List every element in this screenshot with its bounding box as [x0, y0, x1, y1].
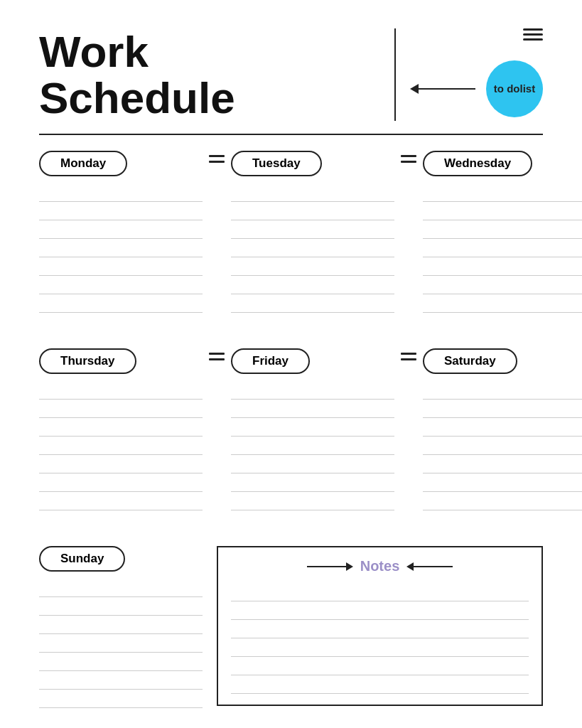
- header-right: to do list: [394, 28, 543, 121]
- friday-line-6[interactable]: [231, 473, 394, 492]
- eq-line-2a: [401, 155, 416, 157]
- thursday-line-4[interactable]: [39, 437, 203, 455]
- tuesday-line-3[interactable]: [231, 220, 394, 239]
- notes-line-1[interactable]: [231, 583, 529, 601]
- sunday-line-3[interactable]: [39, 616, 203, 634]
- thursday-label-wrapper: Thursday: [39, 348, 203, 374]
- thursday-lines: [39, 381, 203, 510]
- saturday-line-3[interactable]: [423, 418, 582, 437]
- todo-badge-line1: to do: [494, 82, 520, 95]
- friday-line-1[interactable]: [231, 381, 394, 400]
- wednesday-label-wrapper: Wednesday: [423, 151, 582, 176]
- page-title: Work Schedule: [39, 28, 394, 121]
- monday-line-6[interactable]: [39, 276, 203, 294]
- friday-line-7[interactable]: [231, 492, 394, 510]
- sunday-line-6[interactable]: [39, 671, 203, 690]
- sunday-line-4[interactable]: [39, 634, 203, 653]
- tuesday-line-4[interactable]: [231, 239, 394, 257]
- work-schedule-page: Work Schedule to do list: [0, 0, 582, 728]
- eq-line-1b: [209, 161, 225, 163]
- wednesday-line-5[interactable]: [423, 257, 582, 276]
- thursday-line-7[interactable]: [39, 492, 203, 510]
- thursday-line-2[interactable]: [39, 400, 203, 418]
- tuesday-label: Tuesday: [231, 151, 322, 176]
- monday-label-wrapper: Monday: [39, 151, 203, 176]
- notes-title: Notes: [360, 558, 400, 574]
- monday-line-3[interactable]: [39, 220, 203, 239]
- eq-line-3a: [209, 353, 225, 355]
- notes-line-5[interactable]: [231, 657, 529, 675]
- sunday-line-2[interactable]: [39, 597, 203, 616]
- arrow-head-left-icon: [410, 84, 419, 94]
- eq-line-4a: [401, 353, 416, 355]
- wednesday-line-7[interactable]: [423, 294, 582, 313]
- notes-box[interactable]: Notes: [217, 546, 543, 706]
- monday-line-2[interactable]: [39, 202, 203, 220]
- notes-arrow-head-right-icon: [346, 562, 353, 571]
- tuesday-line-6[interactable]: [231, 276, 394, 294]
- notes-arrow-line-right: [307, 566, 346, 567]
- friday-label: Friday: [231, 348, 310, 374]
- arrow-line-icon: [419, 88, 475, 90]
- notes-arrow-right: [307, 562, 353, 571]
- day-block-monday: Monday: [39, 151, 203, 313]
- notes-lines: [231, 583, 529, 694]
- todo-badge-line2: list: [519, 82, 535, 95]
- title-line1: Work: [39, 27, 149, 76]
- notes-line-4[interactable]: [231, 638, 529, 657]
- monday-line-4[interactable]: [39, 239, 203, 257]
- friday-line-2[interactable]: [231, 400, 394, 418]
- notes-line-3[interactable]: [231, 620, 529, 638]
- menu-icon[interactable]: [523, 28, 543, 41]
- wednesday-line-4[interactable]: [423, 239, 582, 257]
- sunday-line-1[interactable]: [39, 579, 203, 597]
- day-block-saturday: Saturday: [423, 348, 582, 510]
- wednesday-label: Wednesday: [423, 151, 532, 176]
- saturday-label: Saturday: [423, 348, 517, 374]
- title-block: Work Schedule: [39, 28, 394, 121]
- thursday-line-3[interactable]: [39, 418, 203, 437]
- monday-line-5[interactable]: [39, 257, 203, 276]
- notes-header: Notes: [231, 558, 529, 574]
- sunday-line-7[interactable]: [39, 690, 203, 708]
- wednesday-lines: [423, 183, 582, 313]
- monday-label: Monday: [39, 151, 127, 176]
- saturday-line-1[interactable]: [423, 381, 582, 400]
- notes-line-2[interactable]: [231, 601, 529, 620]
- thursday-line-5[interactable]: [39, 455, 203, 473]
- saturday-line-2[interactable]: [423, 400, 582, 418]
- tuesday-label-wrapper: Tuesday: [231, 151, 394, 176]
- wednesday-line-6[interactable]: [423, 276, 582, 294]
- saturday-line-7[interactable]: [423, 492, 582, 510]
- sunday-line-5[interactable]: [39, 653, 203, 671]
- monday-line-1[interactable]: [39, 183, 203, 202]
- tuesday-line-5[interactable]: [231, 257, 394, 276]
- eq-line-3b: [209, 358, 225, 360]
- day-block-friday: Friday: [231, 348, 394, 510]
- monday-line-7[interactable]: [39, 294, 203, 313]
- arrow-badge-row: to do list: [410, 60, 543, 117]
- friday-line-3[interactable]: [231, 418, 394, 437]
- day-block-sunday: Sunday: [39, 546, 203, 708]
- tuesday-line-1[interactable]: [231, 183, 394, 202]
- friday-line-4[interactable]: [231, 437, 394, 455]
- todo-badge[interactable]: to do list: [486, 60, 543, 117]
- wednesday-line-2[interactable]: [423, 202, 582, 220]
- day-row-3: Sunday Notes: [39, 546, 543, 708]
- wednesday-line-3[interactable]: [423, 220, 582, 239]
- saturday-lines: [423, 381, 582, 510]
- saturday-label-wrapper: Saturday: [423, 348, 582, 374]
- tuesday-line-2[interactable]: [231, 202, 394, 220]
- saturday-line-6[interactable]: [423, 473, 582, 492]
- notes-arrow-line-left: [414, 566, 453, 567]
- notes-line-6[interactable]: [231, 675, 529, 694]
- wednesday-line-1[interactable]: [423, 183, 582, 202]
- saturday-line-4[interactable]: [423, 437, 582, 455]
- sep-1: [203, 151, 231, 163]
- tuesday-line-7[interactable]: [231, 294, 394, 313]
- thursday-line-6[interactable]: [39, 473, 203, 492]
- day-block-tuesday: Tuesday: [231, 151, 394, 313]
- saturday-line-5[interactable]: [423, 455, 582, 473]
- friday-line-5[interactable]: [231, 455, 394, 473]
- thursday-line-1[interactable]: [39, 381, 203, 400]
